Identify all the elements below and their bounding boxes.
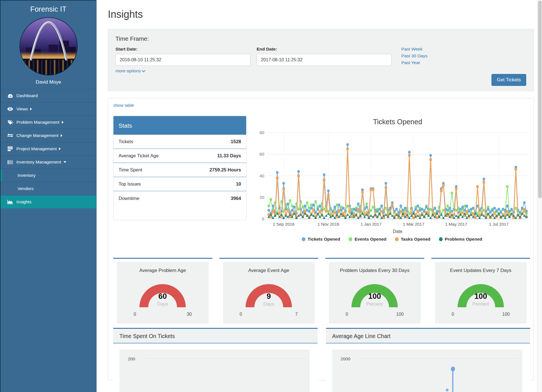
sidebar-menu: DashboardViewsProblem ManagementChange M… <box>1 89 96 208</box>
svg-text:Percent: Percent <box>472 301 489 307</box>
gauge-card-average-event-age: Average Event Age9Days07 <box>219 258 318 328</box>
tags-icon <box>7 120 13 125</box>
show-table-link[interactable]: show table <box>113 103 134 108</box>
sidebar-item-project-management[interactable]: Project Management <box>1 142 96 155</box>
sidebar-item-label: Views <box>16 106 28 112</box>
gauge-title: Average Event Age <box>225 268 312 273</box>
legend-item-problems-opened[interactable]: Problems Opened <box>439 237 482 242</box>
svg-text:Days: Days <box>157 301 168 307</box>
legend-marker <box>349 237 352 241</box>
caret-right-icon <box>30 108 32 110</box>
data-point-small <box>446 389 449 391</box>
bottom-charts-row: Time Spent On Tickets 200 Average Age Li… <box>113 328 530 392</box>
gauge-min: 0 <box>346 312 348 317</box>
user-name: David Moye <box>1 78 96 89</box>
gauge-plot: Problem Updates Every 30 Days100Percent0… <box>329 262 421 324</box>
svg-text:1 Mar 2017: 1 Mar 2017 <box>403 222 424 227</box>
end-date-label: End Date: <box>257 47 392 52</box>
get-tickets-button[interactable]: Get Tickets <box>491 74 526 86</box>
average-age-card: Average Age Line Chart 2000 <box>326 328 530 392</box>
stats-row: Average Ticket Age11.33 Days <box>113 149 246 163</box>
stats-card: Stats Tickets1528Average Ticket Age11.33… <box>113 116 246 220</box>
sidebar-item-dashboard[interactable]: Dashboard <box>1 89 96 102</box>
caret-right-icon <box>59 147 61 150</box>
tasks-icon <box>7 146 13 151</box>
svg-text:Tickets Opened: Tickets Opened <box>373 118 422 126</box>
gauge-title: Average Problem Age <box>119 268 206 273</box>
sidebar-item-inventory-management[interactable]: Inventory Management <box>1 155 96 169</box>
stat-value: 3964 <box>231 196 241 201</box>
gauge-title: Problem Updates Every 30 Days <box>331 268 418 273</box>
chevron-down-icon <box>142 69 145 72</box>
sidebar-item-label: Change Management <box>16 133 58 138</box>
gauge-card-problem-updates: Problem Updates Every 30 Days100Percent0… <box>325 258 424 328</box>
sidebar-item-label: Problem Management <box>16 120 60 125</box>
barcode-icon <box>7 160 13 165</box>
gauge-title: Event Updates Every 7 Days <box>437 268 524 273</box>
main-content: Insights Time Frame: Start Date: more op… <box>97 0 542 392</box>
stats-card-title: Stats <box>113 116 246 135</box>
sidebar-item-change-management[interactable]: Change Management <box>1 129 96 142</box>
average-age-plot: 2000 <box>332 350 523 392</box>
gridline <box>145 358 306 359</box>
gauge-arc: 60Days <box>132 278 194 309</box>
data-point <box>451 367 455 371</box>
start-date-input[interactable] <box>115 54 250 66</box>
gauge-card-average-problem-age: Average Problem Age60Days030 <box>113 258 212 328</box>
legend-item-tickets-opened[interactable]: Tickets Opened <box>302 237 340 242</box>
sidebar-item-label: Project Management <box>16 146 57 151</box>
legend-item-tasks-opened[interactable]: Tasks Opened <box>395 237 430 242</box>
sidebar-item-views[interactable]: Views <box>1 102 96 116</box>
svg-text:40: 40 <box>259 173 264 178</box>
past-year-link[interactable]: Past Year <box>401 60 427 65</box>
gateway-arch-icon <box>20 18 77 75</box>
legend-item-events-opened[interactable]: Events Opened <box>349 237 386 242</box>
divider <box>113 343 318 343</box>
svg-text:0: 0 <box>262 216 264 221</box>
stats-row: Time Spent2759.25 Hours <box>113 163 246 177</box>
sidebar-item-inventory[interactable]: Inventory <box>1 169 96 182</box>
past-week-link[interactable]: Past Week <box>401 47 427 52</box>
chart-legend: Tickets OpenedEvents OpenedTasks OpenedP… <box>254 237 530 242</box>
svg-text:1 May 2017: 1 May 2017 <box>445 222 467 227</box>
gauge-arc: 9Days <box>238 278 300 309</box>
time-spent-card: Time Spent On Tickets 200 <box>113 328 318 392</box>
stats-row: Downtime3964 <box>113 191 246 205</box>
more-options-link[interactable]: more options <box>115 68 145 73</box>
sidebar-item-label: Insights <box>16 199 31 204</box>
gauge-card-event-updates: Event Updates Every 7 Days100Percent0100 <box>431 258 530 328</box>
sidebar-item-vendors[interactable]: Vendors <box>1 182 96 195</box>
time-spent-plot: 200 <box>119 350 310 392</box>
vertical-scrollbar[interactable] <box>537 0 542 392</box>
caret-right-icon <box>62 121 64 124</box>
page-title: Insights <box>108 8 534 20</box>
area-chart-icon <box>7 199 13 204</box>
end-date-input[interactable] <box>257 54 392 66</box>
sidebar-item-insights[interactable]: Insights <box>1 195 96 208</box>
svg-text:Days: Days <box>263 301 274 307</box>
timeframe-heading: Time Frame: <box>115 35 526 42</box>
past-30-days-link[interactable]: Past 30 Days <box>401 53 427 58</box>
sidebar: Forensic IT David Moye DashboardViewsPro… <box>0 0 97 392</box>
time-spent-title: Time Spent On Tickets <box>113 329 318 343</box>
svg-text:1 Sep 2016: 1 Sep 2016 <box>273 222 294 227</box>
dashboard-icon <box>7 93 13 98</box>
svg-text:9: 9 <box>266 292 271 300</box>
caret-down-icon <box>64 161 66 163</box>
scrollbar-thumb[interactable] <box>538 1 542 198</box>
sidebar-item-label: Inventory Management <box>16 160 61 165</box>
legend-label: Events Opened <box>355 237 386 242</box>
svg-text:20: 20 <box>259 195 264 200</box>
gauge-min: 0 <box>452 312 454 317</box>
legend-label: Tickets Opened <box>308 237 340 242</box>
app-title: Forensic IT <box>1 1 96 16</box>
stats-rows: Tickets1528Average Ticket Age11.33 DaysT… <box>113 135 246 205</box>
sidebar-item-problem-management[interactable]: Problem Management <box>1 116 96 129</box>
gauge-min: 0 <box>134 312 136 317</box>
stat-value: 10 <box>236 181 241 187</box>
data-point-stem <box>452 369 453 392</box>
gauge-max: 100 <box>396 312 404 317</box>
y-tick-label: 200 <box>128 356 135 361</box>
legend-label: Problems Opened <box>445 237 482 242</box>
legend-label: Tasks Opened <box>401 237 430 242</box>
